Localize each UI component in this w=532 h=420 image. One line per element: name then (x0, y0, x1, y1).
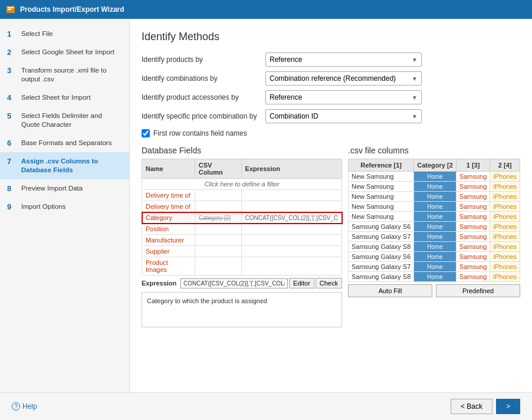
fields-table: Name CSV Column Expression Click here to… (142, 159, 342, 275)
csv-col4-7: iPhones (490, 242, 520, 252)
field-csv-6 (195, 257, 241, 275)
sidebar-label-4: Select Sheet for Import (21, 93, 91, 102)
list-item[interactable]: New Samsung Home Samsung iPhones (349, 172, 520, 182)
csv-col3-1: Samsung (456, 182, 490, 192)
csv-col4-8: iPhones (490, 252, 520, 262)
list-item[interactable]: Samsung Galaxy S8 Home Samsung iPhones (349, 242, 520, 252)
form-row-0: Identify products by Reference ▼ (142, 52, 520, 67)
sidebar-item-5[interactable]: 5 Select Fields Delimiter and Quote Char… (0, 107, 129, 134)
col-header-csv: CSV Column (195, 159, 241, 179)
sidebar-item-8[interactable]: 8 Preview Import Data (0, 179, 129, 198)
list-item[interactable]: New Samsung Home Samsung iPhones (349, 212, 520, 222)
editor-button[interactable]: Editor (289, 278, 314, 288)
csv-cat-1: Home (414, 182, 457, 192)
check-button[interactable]: Check (316, 278, 342, 288)
list-item[interactable]: Samsung Galaxy S6 Home Samsung iPhones (349, 252, 520, 262)
sidebar: 1 Select File 2 Select Google Sheet for … (0, 19, 130, 392)
form-select-0[interactable]: Reference ▼ (265, 52, 422, 67)
field-expr-0 (241, 190, 341, 201)
svg-rect-1 (8, 7, 14, 8)
sidebar-label-5: Select Fields Delimiter and Quote Charac… (21, 111, 122, 129)
chevron-down-icon-2: ▼ (412, 94, 418, 101)
table-row[interactable]: Manufacturer (142, 235, 342, 246)
field-name-1: Delivery time of (146, 203, 191, 210)
auto-fill-button[interactable]: Auto Fill (348, 284, 432, 297)
sidebar-item-1[interactable]: 1 Select File (0, 25, 129, 43)
list-item[interactable]: Samsung Galaxy S7 Home Samsung iPhones (349, 232, 520, 242)
table-row[interactable]: Position (142, 224, 342, 235)
sidebar-label-9: Import Options (21, 202, 65, 211)
back-button[interactable]: < Back (451, 399, 492, 414)
csv-ref-6: Samsung Galaxy S7 (349, 232, 414, 242)
footer: ? Help < Back > (0, 392, 532, 420)
list-item[interactable]: Samsung Galaxy S7 Home Samsung iPhones (349, 262, 520, 272)
csv-col3-7: Samsung (456, 242, 490, 252)
field-csv-1 (195, 201, 241, 212)
field-name-4: Manufacturer (146, 237, 184, 244)
form-label-1: Identify combinations by (142, 74, 265, 83)
sidebar-item-7[interactable]: 7 Assign .csv Columns to Database Fields (0, 152, 129, 179)
csv-col4-9: iPhones (490, 262, 520, 272)
csv-col4-10: iPhones (490, 272, 520, 282)
filter-row[interactable]: Click here to define a filter (142, 179, 342, 190)
panels-area: Database Fields Name CSV Column Expressi… (142, 146, 520, 327)
help-text: Help (22, 402, 37, 411)
list-item[interactable]: New Samsung Home Samsung iPhones (349, 182, 520, 192)
form-label-0: Identify products by (142, 55, 265, 64)
filter-cell[interactable]: Click here to define a filter (142, 179, 342, 190)
predefined-button[interactable]: Predefined (436, 284, 520, 297)
table-row[interactable]: Supplier (142, 246, 342, 257)
csv-cat-3: Home (414, 202, 457, 212)
form-row-1: Identify combinations by Combination ref… (142, 71, 520, 86)
form-select-3[interactable]: Combination ID ▼ (265, 109, 422, 123)
list-item[interactable]: New Samsung Home Samsung iPhones (349, 192, 520, 202)
first-row-checkbox[interactable] (142, 129, 150, 137)
expression-input[interactable] (180, 278, 288, 288)
app-window: Products Import/Export Wizard 1 Select F… (0, 0, 532, 420)
table-row-selected[interactable]: Category Category [2] CONCAT([CSV_COL(2)… (142, 212, 342, 224)
field-csv-3 (195, 224, 241, 235)
sidebar-item-3[interactable]: 3 Transform source .xml file to output .… (0, 61, 129, 88)
app-icon (6, 5, 15, 14)
sidebar-item-6[interactable]: 6 Base Formats and Separators (0, 134, 129, 152)
csv-cat-5: Home (414, 222, 457, 232)
csv-cat-0: Home (414, 172, 457, 182)
col-header-expr: Expression (241, 159, 341, 179)
csv-col-header-2: 1 [3] (456, 159, 490, 172)
csv-col3-3: Samsung (456, 202, 490, 212)
form-select-value-3: Combination ID (270, 112, 318, 120)
next-button[interactable]: > (496, 399, 520, 414)
field-expr-5 (241, 246, 341, 257)
csv-table: Reference [1] Category [2 1 [3] 2 [4] Ne… (348, 159, 520, 282)
field-expr-6 (241, 257, 341, 275)
csv-cat-6: Home (414, 232, 457, 242)
list-item[interactable]: Samsung Galaxy S8 Home Samsung iPhones (349, 272, 520, 282)
title-bar: Products Import/Export Wizard (0, 0, 532, 19)
list-item[interactable]: Samsung Galaxy S6 Home Samsung iPhones (349, 222, 520, 232)
sidebar-item-9[interactable]: 9 Import Options (0, 198, 129, 216)
sidebar-item-2[interactable]: 2 Select Google Sheet for Import (0, 43, 129, 61)
table-row[interactable]: Delivery time of (142, 190, 342, 201)
table-row[interactable]: Delivery time of (142, 201, 342, 212)
form-select-1[interactable]: Combination reference (Recommended) ▼ (265, 71, 422, 86)
csv-cat-2: Home (414, 192, 457, 202)
csv-col3-0: Samsung (456, 172, 490, 182)
sidebar-num-3: 3 (7, 66, 17, 75)
list-item[interactable]: New Samsung Home Samsung iPhones (349, 202, 520, 212)
field-expr-1 (241, 201, 341, 212)
csv-ref-8: Samsung Galaxy S6 (349, 252, 414, 262)
field-csv-5 (195, 246, 241, 257)
table-row[interactable]: Product Images (142, 257, 342, 275)
csv-ref-5: Samsung Galaxy S6 (349, 222, 414, 232)
csv-col3-6: Samsung (456, 232, 490, 242)
identify-methods-form: Identify products by Reference ▼ Identif… (142, 52, 520, 123)
right-panel: Identify Methods Identify products by Re… (130, 19, 532, 392)
help-link[interactable]: ? Help (12, 402, 37, 411)
sidebar-label-7: Assign .csv Columns to Database Fields (21, 157, 122, 175)
form-label-2: Identify product accessories by (142, 93, 265, 101)
csv-col-header-1: Category [2 (414, 159, 457, 172)
form-select-2[interactable]: Reference ▼ (265, 90, 422, 104)
csv-ref-0: New Samsung (349, 172, 414, 182)
sidebar-item-4[interactable]: 4 Select Sheet for Import (0, 88, 129, 107)
csv-cat-10: Home (414, 272, 457, 282)
